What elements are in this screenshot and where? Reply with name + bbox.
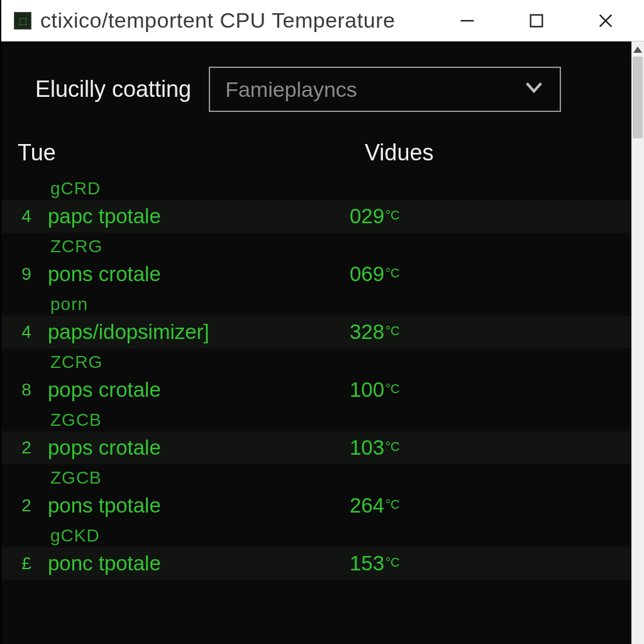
table-body: gCRD4papc tpotale029°CZCRG9pons crotale0…	[1, 175, 631, 580]
sensor-value-unit: °C	[386, 324, 399, 338]
table-row[interactable]: 8pops crotale100°C	[1, 374, 631, 406]
row-index-badge: 9	[18, 264, 35, 284]
table-header: Tue Vidues	[1, 133, 631, 175]
sensor-value-number: 103	[350, 436, 384, 460]
close-icon	[597, 12, 614, 30]
table-row[interactable]: 4paps/idopsimizer]328°C	[1, 316, 631, 348]
sensor-name: pops crotale	[48, 436, 350, 460]
sensor-value: 029°C	[350, 204, 400, 228]
row-index-badge: 8	[18, 380, 35, 400]
close-button[interactable]	[571, 2, 640, 40]
sensor-value: 100°C	[350, 378, 400, 402]
sensor-group-label: gCKD	[1, 522, 631, 547]
sensor-value-number: 069	[350, 262, 384, 286]
sensor-group-label: ZCRG	[1, 233, 631, 258]
sensor-value: 153°C	[350, 552, 400, 575]
sensor-group-label: gCRD	[1, 175, 631, 200]
row-index-badge: 2	[18, 496, 35, 516]
sensor-value-unit: °C	[386, 208, 399, 223]
mode-select[interactable]: Famieplayncs	[209, 67, 561, 112]
sensor-name: papc tpotale	[48, 204, 350, 228]
sensor-value-number: 328	[350, 320, 384, 344]
sensor-group-label: porn	[1, 291, 631, 316]
sensor-value-number: 100	[350, 378, 384, 402]
sensor-value-unit: °C	[386, 555, 399, 570]
app-window: ⬚ ctixico/temportent CPU Temperature Elu…	[0, 0, 644, 644]
col-value-header: Vidues	[365, 140, 631, 166]
maximize-icon	[528, 12, 545, 30]
sensor-group-label: ZCRG	[1, 348, 631, 374]
sensor-value: 328°C	[350, 320, 400, 344]
minimize-button[interactable]	[433, 2, 502, 40]
sensor-value-number: 264	[350, 494, 384, 518]
table-row[interactable]: 2pons tpotale264°C	[1, 489, 631, 522]
minimize-icon	[458, 12, 476, 30]
svg-rect-1	[531, 14, 543, 26]
app-icon: ⬚	[14, 12, 31, 30]
sensor-value-number: 153	[350, 552, 384, 575]
maximize-button[interactable]	[502, 2, 571, 40]
sensor-name: pons crotale	[48, 262, 350, 286]
filter-row: Elucilly coatting Famieplayncs	[1, 67, 631, 133]
content: Elucilly coatting Famieplayncs Tue Vidue…	[1, 42, 631, 644]
row-index-badge: 4	[18, 206, 35, 226]
table-row[interactable]: 4papc tpotale029°C	[1, 200, 631, 233]
sensor-value-unit: °C	[386, 382, 399, 396]
sensor-value: 069°C	[350, 262, 400, 286]
sensor-group-label: ZGCB	[1, 464, 631, 489]
filter-label: Elucilly coatting	[35, 76, 191, 103]
sensor-value-unit: °C	[386, 266, 399, 280]
sensor-group-label: ZGCB	[1, 406, 631, 431]
row-index-badge: 4	[18, 322, 35, 342]
sensor-name: paps/idopsimizer]	[48, 320, 350, 344]
sensor-name: pons tpotale	[48, 494, 350, 518]
scroll-thumb[interactable]	[633, 57, 643, 138]
sensor-value-unit: °C	[386, 497, 399, 512]
window-title: ctixico/temportent CPU Temperature	[40, 8, 433, 33]
client-area: Elucilly coatting Famieplayncs Tue Vidue…	[1, 42, 644, 644]
table-row[interactable]: £ponc tpotale153°C	[1, 547, 631, 580]
col-name-header: Tue	[18, 140, 365, 166]
titlebar: ⬚ ctixico/temportent CPU Temperature	[1, 0, 644, 42]
table-row[interactable]: 9pons crotale069°C	[1, 258, 631, 291]
mode-select-value: Famieplayncs	[225, 77, 357, 102]
chevron-down-icon	[523, 76, 545, 103]
table-row[interactable]: 2pops crotale103°C	[1, 431, 631, 464]
window-buttons	[433, 2, 640, 40]
sensor-value-number: 029	[350, 204, 384, 228]
sensor-value-unit: °C	[386, 440, 399, 454]
vertical-scrollbar[interactable]	[631, 42, 644, 644]
row-index-badge: 2	[18, 438, 35, 458]
sensor-name: pops crotale	[48, 378, 350, 402]
sensor-value: 103°C	[350, 436, 400, 460]
row-index-badge: £	[18, 553, 35, 574]
sensor-value: 264°C	[350, 494, 400, 518]
scroll-up-icon	[633, 47, 642, 53]
sensor-name: ponc tpotale	[48, 552, 350, 575]
